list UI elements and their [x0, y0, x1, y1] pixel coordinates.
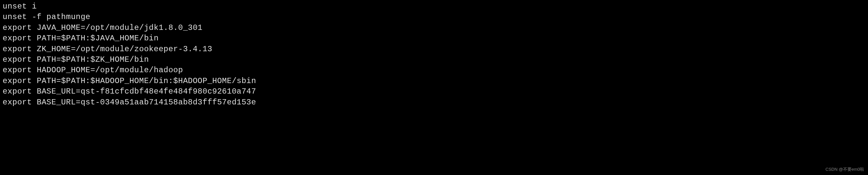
terminal-line: export BASE_URL=qst-f81cfcdbf48e4fe484f9…	[3, 86, 865, 97]
terminal-line: unset -f pathmunge	[3, 12, 865, 22]
terminal-line: export HADOOP_HOME=/opt/module/hadoop	[3, 65, 865, 76]
watermark-text: CSDN @不要em0啦	[826, 167, 864, 172]
terminal-line: unset i	[3, 1, 865, 12]
terminal-output: unset i unset -f pathmunge export JAVA_H…	[3, 1, 865, 108]
terminal-line: export PATH=$PATH:$HADOOP_HOME/bin:$HADO…	[3, 76, 865, 86]
terminal-line: export BASE_URL=qst-0349a51aab714158ab8d…	[3, 97, 865, 108]
terminal-line: export JAVA_HOME=/opt/module/jdk1.8.0_30…	[3, 23, 865, 33]
terminal-line: export PATH=$PATH:$ZK_HOME/bin	[3, 54, 865, 65]
terminal-line: export ZK_HOME=/opt/module/zookeeper-3.4…	[3, 44, 865, 54]
terminal-line: export PATH=$PATH:$JAVA_HOME/bin	[3, 33, 865, 44]
